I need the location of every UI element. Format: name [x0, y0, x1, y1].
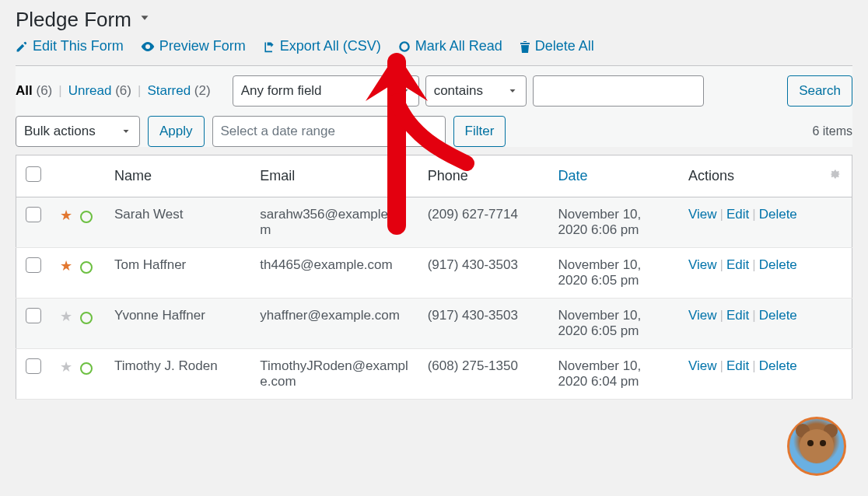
cell-phone: (917) 430-3503 — [418, 248, 549, 299]
star-icon[interactable]: ★ — [60, 257, 72, 274]
col-name[interactable]: Name — [105, 155, 250, 197]
mark-all-read-label: Mark All Read — [415, 38, 502, 54]
table-row: ★Tom Haffnerth4465@example.com(917) 430-… — [16, 248, 852, 299]
filter-unread-count: (6) — [115, 83, 131, 98]
cell-name: Timothy J. Roden — [105, 349, 250, 400]
cell-email: TimothyJRoden@example.com — [250, 349, 418, 400]
search-value-input[interactable] — [533, 75, 704, 107]
condition-select-value: contains — [434, 83, 483, 99]
table-row: ★Timothy J. RodenTimothyJRoden@example.c… — [16, 349, 852, 400]
edit-link[interactable]: Edit — [726, 207, 749, 222]
cell-name: Yvonne Haffner — [105, 299, 250, 349]
chevron-down-icon — [121, 126, 131, 137]
export-all-link[interactable]: Export All (CSV) — [263, 38, 381, 54]
preview-form-link[interactable]: Preview Form — [141, 38, 246, 54]
filter-all-count: (6) — [36, 83, 52, 98]
chevron-down-icon — [507, 86, 518, 96]
date-range-placeholder: Select a date range — [221, 124, 335, 139]
edit-form-label: Edit This Form — [33, 38, 124, 54]
delete-all-label: Delete All — [535, 38, 594, 54]
circle-icon — [398, 40, 411, 53]
filter-starred[interactable]: Starred (2) — [147, 83, 210, 99]
row-checkbox[interactable] — [26, 207, 41, 222]
view-link[interactable]: View — [688, 257, 717, 272]
read-indicator-icon[interactable] — [80, 261, 93, 274]
delete-link[interactable]: Delete — [759, 257, 797, 272]
col-phone[interactable]: Phone — [418, 155, 549, 197]
read-indicator-icon[interactable] — [80, 211, 93, 223]
cell-date: November 10, 2020 6:04 pm — [548, 349, 679, 400]
chevron-down-icon — [400, 86, 411, 96]
filter-all-label: All — [16, 83, 33, 98]
col-email[interactable]: Email — [250, 155, 418, 197]
table-row: ★Yvonne Haffneryhaffner@example.com(917)… — [16, 299, 852, 349]
date-range-input[interactable]: Select a date range — [212, 116, 446, 147]
col-actions: Actions — [679, 155, 819, 197]
cell-email: th4465@example.com — [250, 248, 418, 299]
select-all-checkbox[interactable] — [26, 166, 41, 182]
cell-name: Tom Haffner — [105, 248, 250, 299]
cell-date: November 10, 2020 6:06 pm — [548, 197, 679, 248]
view-link[interactable]: View — [688, 358, 717, 373]
row-checkbox[interactable] — [26, 257, 41, 273]
table-row: ★Sarah Westsarahw356@example.com(209) 62… — [16, 197, 852, 248]
field-select-value: Any form field — [241, 83, 322, 99]
delete-link[interactable]: Delete — [759, 308, 797, 323]
cell-phone: (608) 275-1350 — [418, 349, 549, 400]
view-filters: All (6) | Unread (6) | Starred (2) — [16, 83, 211, 99]
bulk-actions-value: Bulk actions — [24, 124, 96, 139]
export-icon — [263, 40, 275, 53]
read-indicator-icon[interactable] — [80, 362, 93, 375]
delete-all-link[interactable]: Delete All — [520, 38, 594, 54]
filter-starred-count: (2) — [194, 83, 211, 98]
eye-icon — [141, 40, 155, 53]
filter-starred-label: Starred — [147, 83, 191, 98]
row-checkbox[interactable] — [26, 358, 41, 374]
col-date[interactable]: Date — [548, 155, 679, 197]
bulk-actions-select[interactable]: Bulk actions — [16, 116, 140, 147]
view-link[interactable]: View — [688, 308, 717, 323]
cell-email: sarahw356@example.com — [250, 197, 418, 248]
filter-button[interactable]: Filter — [453, 116, 506, 147]
cell-email: yhaffner@example.com — [250, 299, 418, 349]
form-toolbar: Edit This Form Preview Form Export All (… — [16, 38, 852, 66]
star-icon[interactable]: ★ — [60, 207, 72, 224]
svg-point-0 — [400, 42, 408, 51]
entries-table: Name Email Phone Date Actions ★Sarah Wes… — [16, 155, 852, 400]
filter-unread-label: Unread — [68, 83, 112, 98]
filter-unread[interactable]: Unread (6) — [68, 83, 131, 99]
cell-name: Sarah West — [105, 197, 250, 248]
read-indicator-icon[interactable] — [80, 312, 93, 324]
edit-link[interactable]: Edit — [726, 308, 749, 323]
delete-link[interactable]: Delete — [759, 358, 797, 373]
filter-all[interactable]: All (6) — [16, 83, 52, 99]
gear-icon[interactable] — [828, 168, 841, 183]
page-title: Pledge Form — [16, 8, 131, 32]
star-icon[interactable]: ★ — [60, 308, 72, 325]
edit-link[interactable]: Edit — [726, 358, 749, 373]
cell-phone: (917) 430-3503 — [418, 299, 549, 349]
trash-icon — [520, 40, 530, 53]
delete-link[interactable]: Delete — [759, 207, 797, 222]
preview-form-label: Preview Form — [159, 38, 246, 54]
pencil-icon — [16, 40, 28, 53]
edit-link[interactable]: Edit — [726, 257, 749, 272]
cell-date: November 10, 2020 6:05 pm — [548, 299, 679, 349]
apply-button[interactable]: Apply — [148, 116, 205, 147]
chevron-down-icon[interactable] — [138, 11, 152, 29]
export-all-label: Export All (CSV) — [280, 38, 381, 54]
view-link[interactable]: View — [688, 207, 717, 222]
row-checkbox[interactable] — [26, 308, 41, 323]
field-select[interactable]: Any form field — [233, 75, 419, 107]
items-count: 6 items — [812, 124, 852, 138]
search-button[interactable]: Search — [787, 75, 852, 107]
star-icon[interactable]: ★ — [60, 358, 72, 375]
cell-phone: (209) 627-7714 — [418, 197, 549, 248]
condition-select[interactable]: contains — [425, 75, 527, 107]
mark-all-read-link[interactable]: Mark All Read — [398, 38, 502, 54]
edit-form-link[interactable]: Edit This Form — [16, 38, 124, 54]
cell-date: November 10, 2020 6:05 pm — [548, 248, 679, 299]
